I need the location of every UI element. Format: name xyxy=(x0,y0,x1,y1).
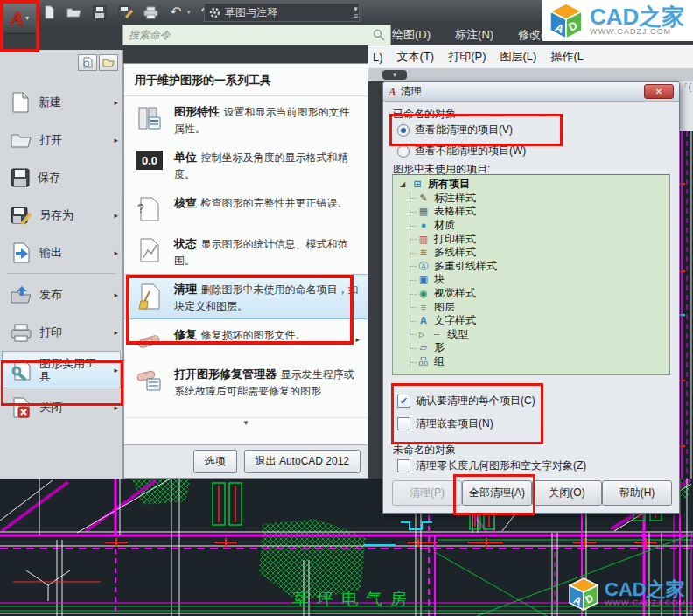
tree-item-block[interactable]: ▣ 块 xyxy=(410,273,669,287)
app-menu-item-new[interactable]: 新建 ▸ xyxy=(2,83,121,121)
new-file-icon[interactable] xyxy=(40,4,58,21)
autocad-dialog-icon: A xyxy=(388,85,396,99)
layer-icon: ≡ xyxy=(417,303,430,312)
mline-style-icon: ≋ xyxy=(417,248,430,257)
panel-title: 用于维护图形的一系列工具 xyxy=(124,64,368,96)
group-icon: 品 xyxy=(417,357,430,367)
submenu-arrow-icon: ▸ xyxy=(114,248,118,257)
purge-all-button[interactable]: 全部清理(A) xyxy=(462,480,532,506)
tree-item-linetype[interactable]: ▷ ┄ 线型 xyxy=(410,328,669,342)
radio-view-unpurgeable[interactable]: 查看不能清理的项目(W) xyxy=(397,144,526,158)
tree-item-mline-style[interactable]: ≋ 多线样式 xyxy=(410,246,669,260)
utility-item-recover[interactable]: 修复 修复损坏的图形文件。 ▸ xyxy=(124,319,368,359)
search-icon[interactable] xyxy=(373,29,385,41)
tree-item-text-style[interactable]: A 文字样式 xyxy=(410,314,669,328)
utility-item-recovery-manager[interactable]: 打开图形修复管理器 显示发生程序或系统故障后可能需要修复的图形 xyxy=(124,359,368,417)
exit-autocad-button[interactable]: 退出 AutoCAD 2012 xyxy=(244,450,360,473)
ribbon-minimize-button[interactable]: ▾ xyxy=(382,70,407,80)
units-icon: 0.0 xyxy=(136,150,163,170)
linetype-icon: ┄ xyxy=(430,330,443,340)
application-menu-button[interactable]: A ▾ xyxy=(2,1,37,34)
qat-overflow-icon[interactable]: ▾≡ xyxy=(354,5,358,19)
options-button[interactable]: 选项 xyxy=(193,450,237,473)
drawing-properties-icon xyxy=(136,105,163,131)
wrench-page-icon xyxy=(10,359,32,382)
app-menu-item-close[interactable]: 关闭 ▸ xyxy=(2,388,121,426)
submenu-arrow-icon: ▸ xyxy=(114,211,118,220)
tree-expanded-icon[interactable]: ◢ xyxy=(398,180,407,188)
tree-collapsed-icon[interactable]: ▷ xyxy=(417,331,426,339)
app-menu-item-open[interactable]: 打开 ▸ xyxy=(2,121,121,158)
confirm-each-checkbox[interactable]: ✔ 确认要清理的每个项目(C) xyxy=(397,394,536,409)
open-folder-icon[interactable] xyxy=(66,4,83,21)
utility-item-units[interactable]: 0.0 单位 控制坐标及角度的显示格式和精度。 xyxy=(124,142,368,187)
tree-item-dim-style[interactable]: ✎ 标注样式 xyxy=(410,192,669,206)
utility-item-drawing-properties[interactable]: 图形特性 设置和显示当前图形的文件属性。 xyxy=(124,96,368,142)
utility-item-purge[interactable]: 清理 删除图形中未使用的命名项目，如块定义和图层。 xyxy=(124,274,368,319)
menu-layer[interactable]: 图层(L) xyxy=(500,49,537,65)
app-menu-item-publish[interactable]: 发布 ▸ xyxy=(2,276,121,313)
submenu-arrow-icon: ▸ xyxy=(355,335,360,344)
visual-style-icon: ◉ xyxy=(417,289,430,298)
shape-icon: ▱ xyxy=(417,343,430,353)
menu-dimension[interactable]: 标注(N) xyxy=(455,27,494,43)
tree-item-group[interactable]: 品 组 xyxy=(410,355,669,369)
purge-dialog-titlebar[interactable]: A 清理 ✕ xyxy=(383,82,679,102)
submenu-arrow-icon: ▸ xyxy=(114,366,118,374)
app-menu-item-print[interactable]: 打印 ▸ xyxy=(2,313,121,351)
undo-icon[interactable]: ↶ xyxy=(167,4,185,21)
open-documents-button[interactable] xyxy=(99,54,118,71)
gear-icon xyxy=(209,7,220,18)
tree-item-plot-style[interactable]: ▥ 打印样式 xyxy=(410,232,669,246)
cadzj-brand: CAD之家 xyxy=(590,6,684,27)
dialog-close-button[interactable]: ✕ xyxy=(644,84,674,99)
menubar-row2: L) 文本(T) 打印(P) 图层(L) 操作(L xyxy=(368,46,693,69)
help-button[interactable]: 帮助(H) xyxy=(602,480,672,506)
tree-item-visual-style[interactable]: ◉ 视觉样式 xyxy=(410,287,669,301)
app-menu-left-column: 新建 ▸ 打开 ▸ 保存 另存为 xyxy=(0,50,123,479)
submenu-arrow-icon: ▸ xyxy=(114,136,118,144)
app-menu-item-save-as[interactable]: 另存为 ▸ xyxy=(2,196,121,234)
scroll-down-strip[interactable]: ▼ xyxy=(124,417,368,428)
purge-tree[interactable]: ◢ ⊞ 所有项目 ✎ 标注样式 ▦ 表格样式 ● 材质 ▥ 打印样式 xyxy=(392,174,670,375)
undo-dropdown-icon[interactable]: ▾ xyxy=(187,9,191,16)
tree-item-table-style[interactable]: ▦ 表格样式 xyxy=(410,205,669,219)
recent-documents-button[interactable] xyxy=(78,54,97,71)
zero-length-checkbox[interactable]: 清理零长度几何图形和空文字对象(Z) xyxy=(397,458,586,473)
workspace-switcher[interactable]: 草图与注释 xyxy=(204,3,360,22)
save-as-icon[interactable] xyxy=(116,4,134,21)
save-icon[interactable] xyxy=(91,4,108,21)
tree-item-material[interactable]: ● 材质 xyxy=(410,219,669,233)
utility-item-status[interactable]: 状态 显示图形的统计信息、模式和范围。 xyxy=(124,228,368,274)
menu-operate[interactable]: 操作(L xyxy=(550,49,584,65)
close-button[interactable]: 关闭(O) xyxy=(532,480,602,506)
new-file-icon xyxy=(10,91,32,114)
unnamed-objects-label: 未命名的对象 xyxy=(393,443,456,458)
menu-plot[interactable]: 打印(P) xyxy=(448,49,486,65)
tree-item-layer[interactable]: ≡ 图层 xyxy=(410,300,669,314)
menu-text[interactable]: 文本(T) xyxy=(397,49,435,65)
mleader-style-icon: Ⓐ xyxy=(417,262,430,271)
radio-view-purgeable[interactable]: 查看能清理的项目(V) xyxy=(397,122,513,137)
cadzj-watermark-bottom: A D CAD之家 WWW.CADZJ.COM xyxy=(567,574,693,614)
menu-draw[interactable]: 绘图(D) xyxy=(392,27,430,43)
purge-nested-checkbox[interactable]: 清理嵌套项目(N) xyxy=(397,416,494,431)
autocad-window: 草坪电气房 xyxy=(0,0,693,616)
submenu-arrow-icon: ▸ xyxy=(114,328,118,337)
app-menu-item-export[interactable]: 输出 ▸ xyxy=(2,234,121,271)
plot-icon[interactable] xyxy=(142,4,159,21)
cadzj-cube-icon: A D xyxy=(567,577,600,612)
tree-item-shape[interactable]: ▱ 形 xyxy=(410,341,669,355)
drawing-room-label: 草坪电气房 xyxy=(292,588,415,611)
utility-item-audit[interactable]: ? 核查 检查图形的完整性并更正错误。 xyxy=(124,187,368,228)
autocad-logo-icon: A xyxy=(10,7,24,28)
tree-item-all[interactable]: ◢ ⊞ 所有项目 xyxy=(398,178,669,192)
cad-drawing-right-strip[interactable] xyxy=(678,131,693,479)
right-strip-lines xyxy=(678,131,693,479)
app-menu-item-drawing-utilities[interactable]: 图形实用工具 ▸ xyxy=(2,351,121,388)
purge-broom-icon xyxy=(137,283,162,311)
purge-button: 清理(P) xyxy=(392,480,462,506)
tree-item-mleader-style[interactable]: Ⓐ 多重引线样式 xyxy=(410,260,669,274)
command-search-input[interactable]: 搜索命令 xyxy=(122,24,391,46)
app-menu-item-save[interactable]: 保存 xyxy=(2,158,121,196)
